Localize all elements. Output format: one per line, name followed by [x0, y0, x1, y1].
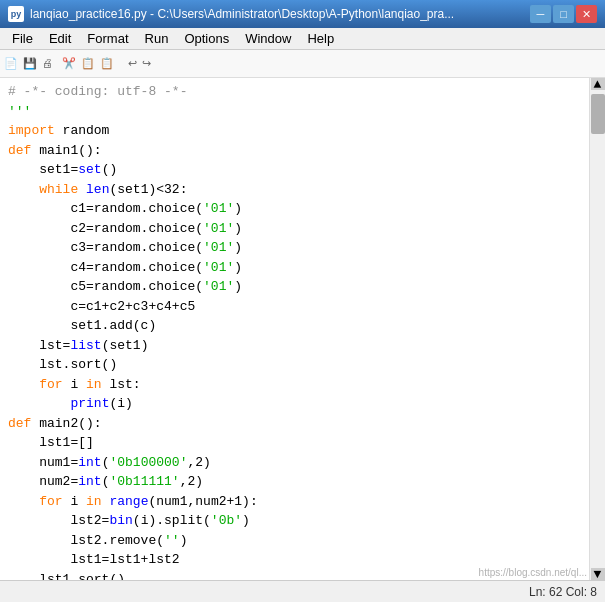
code-line: lst2=bin(i).split('0b') — [8, 511, 581, 531]
code-line: c=c1+c2+c3+c4+c5 — [8, 297, 581, 317]
code-editor[interactable]: # -*- coding: utf-8 -*- ''' import rando… — [0, 78, 589, 580]
code-line: set1=set() — [8, 160, 581, 180]
scrollbar-down-arrow[interactable]: ▼ — [591, 568, 605, 580]
menu-file[interactable]: File — [4, 29, 41, 48]
menu-window[interactable]: Window — [237, 29, 299, 48]
app-icon: py — [8, 6, 24, 22]
maximize-button[interactable]: □ — [553, 5, 574, 23]
code-line: set1.add(c) — [8, 316, 581, 336]
code-line: c5=random.choice('01') — [8, 277, 581, 297]
code-line: # -*- coding: utf-8 -*- — [8, 82, 581, 102]
code-line: c4=random.choice('01') — [8, 258, 581, 278]
menu-bar: File Edit Format Run Options Window Help — [0, 28, 605, 50]
status-bar: Ln: 62 Col: 8 — [0, 580, 605, 602]
toolbar-icons: 📄 💾 🖨 ✂️ 📋 📋 ↩ ↪ — [4, 57, 152, 70]
code-line: num1=int('0b100000',2) — [8, 453, 581, 473]
window-controls: ─ □ ✕ — [530, 5, 597, 23]
menu-help[interactable]: Help — [299, 29, 342, 48]
code-line: lst.sort() — [8, 355, 581, 375]
title-bar: py lanqiao_practice16.py - C:\Users\Admi… — [0, 0, 605, 28]
menu-run[interactable]: Run — [137, 29, 177, 48]
code-line: def main2(): — [8, 414, 581, 434]
code-line: for i in lst: — [8, 375, 581, 395]
toolbar: 📄 💾 🖨 ✂️ 📋 📋 ↩ ↪ — [0, 50, 605, 78]
scrollbar-track[interactable] — [591, 90, 605, 568]
menu-edit[interactable]: Edit — [41, 29, 79, 48]
code-line: lst=list(set1) — [8, 336, 581, 356]
scrollbar-up-arrow[interactable]: ▲ — [591, 78, 605, 90]
code-line: while len(set1)<32: — [8, 180, 581, 200]
code-line: def main1(): — [8, 141, 581, 161]
cursor-position: Ln: 62 Col: 8 — [529, 585, 597, 599]
code-line: lst2.remove('') — [8, 531, 581, 551]
code-line: num2=int('0b11111',2) — [8, 472, 581, 492]
code-line: print(i) — [8, 394, 581, 414]
watermark: https://blog.csdn.net/ql... — [479, 567, 587, 578]
code-line: import random — [8, 121, 581, 141]
editor-container: # -*- coding: utf-8 -*- ''' import rando… — [0, 78, 605, 580]
menu-options[interactable]: Options — [176, 29, 237, 48]
code-line: for i in range(num1,num2+1): — [8, 492, 581, 512]
minimize-button[interactable]: ─ — [530, 5, 551, 23]
code-line: c2=random.choice('01') — [8, 219, 581, 239]
code-line: c3=random.choice('01') — [8, 238, 581, 258]
scrollbar[interactable]: ▲ ▼ — [589, 78, 605, 580]
close-button[interactable]: ✕ — [576, 5, 597, 23]
window-title: lanqiao_practice16.py - C:\Users\Adminis… — [30, 7, 530, 21]
scrollbar-thumb[interactable] — [591, 94, 605, 134]
menu-format[interactable]: Format — [79, 29, 136, 48]
code-line: c1=random.choice('01') — [8, 199, 581, 219]
code-line: lst1=[] — [8, 433, 581, 453]
code-line: ''' — [8, 102, 581, 122]
